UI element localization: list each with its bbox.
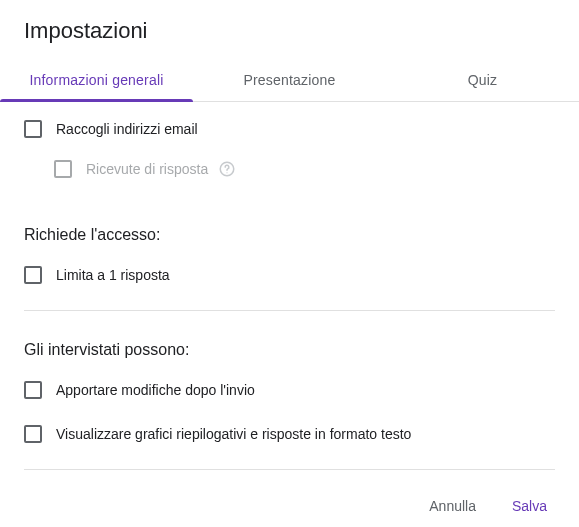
tab-presentation[interactable]: Presentazione <box>193 58 386 101</box>
settings-content: Raccogli indirizzi email Ricevute di ris… <box>0 102 579 470</box>
heading-respondents-can: Gli intervistati possono: <box>24 311 555 363</box>
label-see-summary: Visualizzare grafici riepilogativi e ris… <box>56 426 411 442</box>
label-response-receipts: Ricevute di risposta <box>86 161 208 177</box>
tab-quiz[interactable]: Quiz <box>386 58 579 101</box>
row-collect-email: Raccogli indirizzi email <box>24 102 555 146</box>
tabs: Informazioni generali Presentazione Quiz <box>0 58 579 102</box>
dialog-title: Impostazioni <box>0 0 579 58</box>
checkbox-see-summary[interactable] <box>24 425 42 443</box>
row-limit-one: Limita a 1 risposta <box>24 248 555 292</box>
tab-general[interactable]: Informazioni generali <box>0 58 193 101</box>
checkbox-edit-after[interactable] <box>24 381 42 399</box>
footer: Annulla Salva <box>0 470 579 520</box>
label-limit-one: Limita a 1 risposta <box>56 267 170 283</box>
row-edit-after: Apportare modifiche dopo l'invio <box>24 363 555 407</box>
label-edit-after: Apportare modifiche dopo l'invio <box>56 382 255 398</box>
checkbox-response-receipts <box>54 160 72 178</box>
svg-point-1 <box>227 172 228 173</box>
cancel-button[interactable]: Annulla <box>421 492 484 520</box>
checkbox-limit-one[interactable] <box>24 266 42 284</box>
label-collect-email: Raccogli indirizzi email <box>56 121 198 137</box>
heading-requires-signin: Richiede l'accesso: <box>24 196 555 248</box>
row-see-summary: Visualizzare grafici riepilogativi e ris… <box>24 407 555 451</box>
help-icon[interactable] <box>218 160 236 178</box>
checkbox-collect-email[interactable] <box>24 120 42 138</box>
row-response-receipts: Ricevute di risposta <box>24 146 555 196</box>
save-button[interactable]: Salva <box>504 492 555 520</box>
